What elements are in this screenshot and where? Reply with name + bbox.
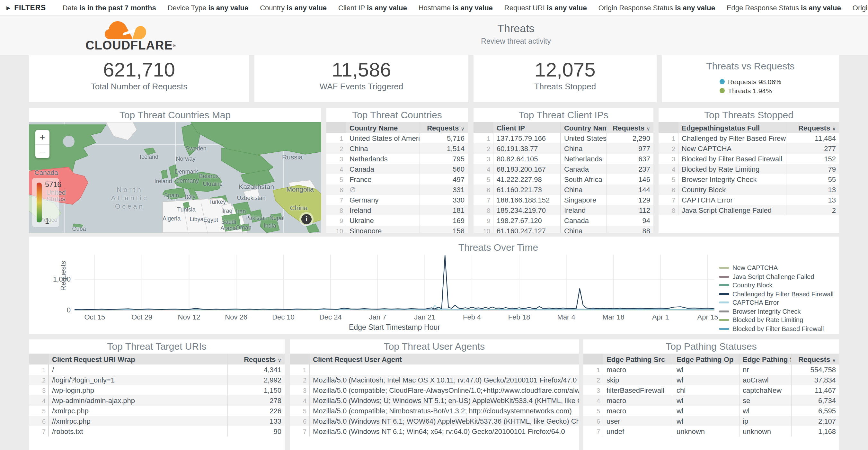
legend-item[interactable]: Blocked by Rate Limiting: [719, 316, 838, 324]
table-row[interactable]: 7/robots.txt90: [29, 426, 285, 437]
table-row[interactable]: 1137.175.79.166United States of America2…: [473, 133, 653, 143]
filter-item[interactable]: Client IP is any value: [338, 4, 407, 11]
table-row[interactable]: 6userwlip2,107: [583, 416, 839, 426]
table-row[interactable]: 7Mozilla/5.0 (Windows NT 6.1; Win64; x64…: [290, 426, 579, 437]
line-chart-plot[interactable]: [74, 254, 714, 310]
table-row[interactable]: 3Mozilla/5.0 (compatible; CloudFlare-Alw…: [290, 385, 579, 395]
table-row[interactable]: 661.160.221.73China144: [473, 184, 653, 195]
column-header[interactable]: Requests∨: [791, 354, 839, 364]
legend-item[interactable]: Java Script Challenge Failed: [719, 272, 838, 281]
filter-item[interactable]: Hostname is any value: [418, 4, 493, 11]
info-icon[interactable]: i: [300, 212, 313, 226]
zoom-out-button[interactable]: −: [35, 145, 50, 159]
table-row[interactable]: 8Java Script Challenge Failed2: [658, 205, 839, 215]
table-row[interactable]: 4/wp-admin/admin-ajax.php278: [29, 395, 285, 406]
filter-items: Date is in the past 7 monthsDevice Type …: [63, 4, 868, 11]
table-row[interactable]: 2/login/?login_only=12,992: [29, 375, 285, 385]
table-row[interactable]: 5France497: [327, 174, 468, 184]
table-row[interactable]: 4macrowlse6,734: [583, 395, 839, 406]
column-header[interactable]: Edge Pathing Src: [603, 354, 673, 364]
column-header[interactable]: Country Name: [346, 122, 420, 133]
table-row[interactable]: 2New CAPTCHA277: [658, 143, 839, 154]
table-row[interactable]: 7CAPTCHA Error13: [658, 195, 839, 205]
table-row[interactable]: 4Mozilla/5.0 (Windows; U; Windows NT 5.1…: [290, 395, 579, 406]
legend-item[interactable]: Threats 1.94%: [720, 86, 781, 95]
table-row[interactable]: 8185.234.219.70Ireland112: [473, 205, 653, 215]
legend-item[interactable]: CAPTCHA Error: [719, 298, 838, 307]
filter-item[interactable]: Origin Response Status is any value: [598, 4, 715, 11]
table-row[interactable]: 10Singapore158: [327, 226, 468, 233]
table-row[interactable]: 1/4,341: [29, 364, 285, 375]
table-row[interactable]: 3/wp-login.php1,150: [29, 385, 285, 395]
legend-item[interactable]: Requests 98.06%: [720, 77, 781, 86]
table-row[interactable]: 6∅331: [327, 184, 468, 195]
filter-item[interactable]: Origin IP is any value: [852, 4, 868, 11]
filter-item[interactable]: Edge Response Status is any value: [727, 4, 841, 11]
table-row[interactable]: 3Blocked by Filter Based Firewall152: [658, 154, 839, 164]
column-header[interactable]: Country Name: [561, 122, 607, 133]
table-row[interactable]: 541.222.227.98South Africa146: [473, 174, 653, 184]
table-row[interactable]: 5/xmlrpc.php226: [29, 406, 285, 416]
world-map[interactable]: CanadaUnited StatesMexicoCubaIcelandIrel…: [29, 122, 321, 233]
table-row[interactable]: 2China1,514: [327, 143, 468, 154]
table-row[interactable]: 7Germany330: [327, 195, 468, 205]
table-row[interactable]: 1Challenged by Filter Based Firewall11,4…: [658, 133, 839, 143]
legend-item[interactable]: New CAPTCHA: [719, 264, 838, 272]
filter-item[interactable]: Request URI is any value: [504, 4, 587, 11]
table-row[interactable]: 7188.166.188.152Singapore129: [473, 195, 653, 205]
column-header[interactable]: Requests∨: [786, 122, 839, 133]
legend-item[interactable]: Browser Integrity Check: [719, 307, 838, 316]
table-cell: wl: [739, 406, 791, 416]
table-row[interactable]: 2Mozilla/5.0 (Macintosh; Intel Mac OS X …: [290, 375, 579, 385]
table-row[interactable]: 5Browser Integrity Check55: [658, 174, 839, 184]
table-row[interactable]: 3Netherlands795: [327, 154, 468, 164]
table-row[interactable]: 380.82.64.105Netherlands637: [473, 154, 653, 164]
table-row[interactable]: 4Canada560: [327, 164, 468, 174]
zoom-in-button[interactable]: +: [35, 130, 50, 145]
column-header[interactable]: Requests∨: [228, 354, 285, 364]
table-row[interactable]: 2skipwlaoCrawl37,834: [583, 375, 839, 385]
column-header[interactable]: Requests∨: [607, 122, 653, 133]
table-row[interactable]: 1: [290, 364, 579, 375]
table-row[interactable]: 5macrowlwl6,595: [583, 406, 839, 416]
column-header[interactable]: Client Request URI Wrap: [49, 354, 228, 364]
filter-item[interactable]: Device Type is any value: [168, 4, 249, 11]
index-column-header: [583, 354, 603, 364]
table-cell: Canada: [346, 164, 420, 174]
map-svg[interactable]: [29, 122, 321, 233]
column-header[interactable]: Edgepathingstatus Full: [678, 122, 786, 133]
legend-item[interactable]: Challenged by Filter Based Firewall: [719, 290, 838, 298]
table-row[interactable]: 9Ukraine169: [327, 215, 468, 226]
table-row[interactable]: 3filterBasedFirewallchlcaptchaNew11,467: [583, 385, 839, 395]
legend-item[interactable]: Country Block: [719, 281, 838, 290]
table-row[interactable]: 1061.160.247.127China88: [473, 226, 653, 233]
column-header[interactable]: Edge Pathing Status: [739, 354, 791, 364]
table-row[interactable]: 7undefunknownunknown1,168: [583, 426, 839, 437]
x-tick-label: Jan 7: [359, 313, 397, 321]
column-header[interactable]: Client Request User Agent: [309, 354, 579, 364]
table-cell: captchaNew: [739, 385, 791, 395]
table-row[interactable]: 5Mozilla/5.0 (compatible; Nimbostratus-B…: [290, 406, 579, 416]
filters-label[interactable]: FILTERS: [14, 4, 45, 11]
legend-item[interactable]: Blocked by Filter Based Firewall: [719, 324, 838, 333]
table-row[interactable]: 1United States of America5,716: [327, 133, 468, 143]
table-cell: 554,758: [791, 364, 839, 375]
column-header[interactable]: Edge Pathing Op: [673, 354, 739, 364]
table-row[interactable]: 6Mozilla/5.0 (Windows NT 6.1; WOW64) App…: [290, 416, 579, 426]
table-row[interactable]: 9198.27.67.120Canada94: [473, 215, 653, 226]
table-row[interactable]: 6Country Block13: [658, 184, 839, 195]
table-row[interactable]: 6//xmlrpc.php133: [29, 416, 285, 426]
table-cell: South Africa: [561, 174, 607, 184]
filter-item[interactable]: Country is any value: [260, 4, 327, 11]
x-tick-label: Dec 10: [264, 313, 303, 321]
table-row[interactable]: 1macrowlnr554,758: [583, 364, 839, 375]
table-row[interactable]: 4Blocked by Rate Limiting79: [658, 164, 839, 174]
table-row[interactable]: 8Ireland181: [327, 205, 468, 215]
table-row[interactable]: 468.183.200.167Canada237: [473, 164, 653, 174]
table-row[interactable]: 260.191.38.77China977: [473, 143, 653, 154]
table-cell: 795: [420, 154, 468, 164]
column-header[interactable]: Client IP: [493, 122, 561, 133]
filters-expand-icon[interactable]: ▶: [6, 5, 10, 10]
filter-item[interactable]: Date is in the past 7 months: [63, 4, 156, 11]
column-header[interactable]: Requests∨: [420, 122, 468, 133]
